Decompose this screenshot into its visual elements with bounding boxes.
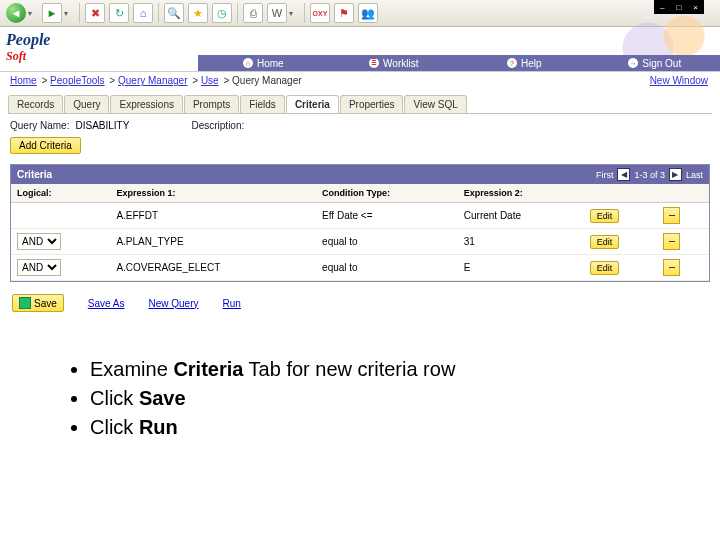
history-icon[interactable]: ◷ xyxy=(212,3,232,23)
print-icon[interactable]: ⎙ xyxy=(243,3,263,23)
nav-worklist[interactable]: ≣Worklist xyxy=(329,58,460,69)
edit-button[interactable]: Edit xyxy=(590,261,620,275)
maximize-button[interactable]: □ xyxy=(676,3,681,12)
instruction-item: Click Save xyxy=(90,387,680,410)
description-label: Description: xyxy=(191,120,244,131)
tree-icon[interactable]: ⚑ xyxy=(334,3,354,23)
tab-strip: Records Query Expressions Prompts Fields… xyxy=(0,95,720,113)
logo-top: People xyxy=(6,31,62,49)
nav-label: Worklist xyxy=(383,58,418,69)
logo-bottom: Soft xyxy=(6,49,62,64)
grid-title-bar: Criteria First ◀ 1-3 of 3 ▶ Last xyxy=(11,165,709,184)
close-button[interactable]: × xyxy=(693,3,698,12)
breadcrumb-current: Query Manager xyxy=(232,75,301,86)
breadcrumb-link[interactable]: PeopleTools xyxy=(50,75,104,86)
nav-label: Home xyxy=(257,58,284,69)
nav-help[interactable]: ?Help xyxy=(459,58,590,69)
grid-nav: First ◀ 1-3 of 3 ▶ Last xyxy=(596,168,703,181)
table-row: ANDORNOTA.COVERAGE_ELECTequal toEEdit– xyxy=(11,255,709,281)
delete-row-button[interactable]: – xyxy=(663,233,680,250)
table-row: A.EFFDTEff Date <=Current DateEdit– xyxy=(11,203,709,229)
tab-expressions[interactable]: Expressions xyxy=(110,95,182,113)
oxy-icon[interactable]: OXY xyxy=(310,3,330,23)
run-link[interactable]: Run xyxy=(223,298,241,309)
query-name-row: Query Name: DISABILITY Description: xyxy=(0,114,720,137)
delete-row-button[interactable]: – xyxy=(663,259,680,276)
col-exp2: Expression 2: xyxy=(458,184,584,203)
forward-icon[interactable]: ► xyxy=(42,3,62,23)
cell-exp1: A.PLAN_TYPE xyxy=(110,229,316,255)
tab-viewsql[interactable]: View SQL xyxy=(404,95,466,113)
tab-criteria[interactable]: Criteria xyxy=(286,95,339,113)
cell-exp1: A.EFFDT xyxy=(110,203,316,229)
signout-nav-icon: → xyxy=(628,58,638,68)
breadcrumb-link[interactable]: Query Manager xyxy=(118,75,187,86)
tab-properties[interactable]: Properties xyxy=(340,95,404,113)
action-row: Save Save As New Query Run xyxy=(0,286,720,320)
instruction-list: Examine Criteria Tab for new criteria ro… xyxy=(50,358,680,439)
breadcrumb-link[interactable]: Home xyxy=(10,75,37,86)
back-dropdown-icon[interactable]: ▾ xyxy=(28,9,36,18)
nav-label: Sign Out xyxy=(642,58,681,69)
cell-exp1: A.COVERAGE_ELECT xyxy=(110,255,316,281)
home-nav-icon: ⌂ xyxy=(243,58,253,68)
save-as-link[interactable]: Save As xyxy=(88,298,125,309)
worklist-nav-icon: ≣ xyxy=(369,58,379,68)
tab-query[interactable]: Query xyxy=(64,95,109,113)
logical-select[interactable]: ANDORNOT xyxy=(17,259,61,276)
stop-icon[interactable]: ✖ xyxy=(85,3,105,23)
breadcrumb: Home > PeopleTools > Query Manager > Use… xyxy=(10,75,302,86)
new-query-link[interactable]: New Query xyxy=(149,298,199,309)
word-dropdown-icon[interactable]: ▾ xyxy=(289,9,297,18)
grid-nav-last[interactable]: Last xyxy=(686,170,703,180)
favorites-icon[interactable]: ★ xyxy=(188,3,208,23)
cell-exp2: E xyxy=(458,255,584,281)
col-logical: Logical: xyxy=(11,184,110,203)
app-header: People Soft ⌂Home ≣Worklist ?Help →Sign … xyxy=(0,27,720,72)
tab-records[interactable]: Records xyxy=(8,95,63,113)
save-button[interactable]: Save xyxy=(12,294,64,312)
help-nav-icon: ? xyxy=(507,58,517,68)
forward-dropdown-icon[interactable]: ▾ xyxy=(64,9,72,18)
search-icon[interactable]: 🔍 xyxy=(164,3,184,23)
nav-home[interactable]: ⌂Home xyxy=(198,58,329,69)
edit-button[interactable]: Edit xyxy=(590,235,620,249)
grid-nav-first[interactable]: First xyxy=(596,170,614,180)
purple-nav: ⌂Home ≣Worklist ?Help →Sign Out xyxy=(198,55,720,71)
home-icon[interactable]: ⌂ xyxy=(133,3,153,23)
cell-exp2: Current Date xyxy=(458,203,584,229)
tab-prompts[interactable]: Prompts xyxy=(184,95,239,113)
minimize-button[interactable]: – xyxy=(660,3,664,12)
cell-cond: Eff Date <= xyxy=(316,203,458,229)
refresh-icon[interactable]: ↻ xyxy=(109,3,129,23)
tab-fields[interactable]: Fields xyxy=(240,95,285,113)
instruction-item: Examine Criteria Tab for new criteria ro… xyxy=(90,358,680,381)
criteria-table: Logical: Expression 1: Condition Type: E… xyxy=(11,184,709,281)
back-icon[interactable]: ◄ xyxy=(6,3,26,23)
query-name-value: DISABILITY xyxy=(75,120,185,131)
nav-label: Help xyxy=(521,58,542,69)
logical-cell xyxy=(11,203,110,229)
grid-nav-prev-icon[interactable]: ◀ xyxy=(617,168,630,181)
word-icon[interactable]: W xyxy=(267,3,287,23)
cell-cond: equal to xyxy=(316,229,458,255)
grid-nav-next-icon[interactable]: ▶ xyxy=(669,168,682,181)
col-exp1: Expression 1: xyxy=(110,184,316,203)
grid-nav-range: 1-3 of 3 xyxy=(634,170,665,180)
new-window-link[interactable]: New Window xyxy=(650,75,708,86)
edit-button[interactable]: Edit xyxy=(590,209,620,223)
instruction-item: Click Run xyxy=(90,416,680,439)
grid-title: Criteria xyxy=(17,169,52,180)
delete-row-button[interactable]: – xyxy=(663,207,680,224)
nav-signout[interactable]: →Sign Out xyxy=(590,58,721,69)
cell-cond: equal to xyxy=(316,255,458,281)
breadcrumb-link[interactable]: Use xyxy=(201,75,219,86)
query-name-label: Query Name: xyxy=(10,120,69,131)
add-criteria-button[interactable]: Add Criteria xyxy=(10,137,81,154)
criteria-grid: Criteria First ◀ 1-3 of 3 ▶ Last Logical… xyxy=(10,164,710,282)
breadcrumb-row: Home > PeopleTools > Query Manager > Use… xyxy=(0,72,720,89)
logical-select[interactable]: ANDORNOT xyxy=(17,233,61,250)
save-icon xyxy=(19,297,31,309)
cell-exp2: 31 xyxy=(458,229,584,255)
people-icon[interactable]: 👥 xyxy=(358,3,378,23)
